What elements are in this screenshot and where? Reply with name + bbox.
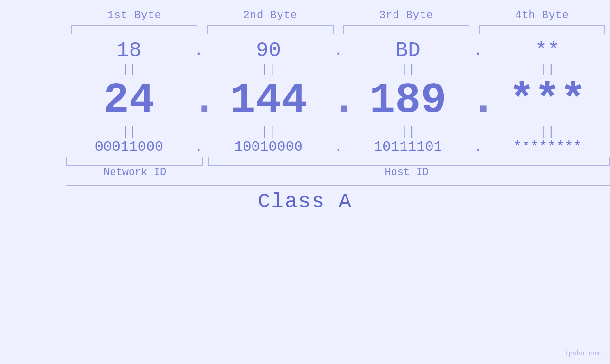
bin-b2-value: 10010000 bbox=[206, 139, 331, 155]
bin-byte3: 10111101 bbox=[346, 139, 471, 155]
bin-bytes-row: 00011000 . 10010000 . 10111101 . *******… bbox=[66, 139, 610, 155]
bin-b3-value: 10111101 bbox=[346, 139, 471, 155]
bin-row-wrapper: 2 BIN 00011000 . 10010000 . 10111101 . *… bbox=[0, 139, 610, 155]
dec-b1-value: 24 bbox=[66, 76, 192, 125]
bracket-byte3 bbox=[343, 25, 469, 34]
eq1-b3: || bbox=[346, 62, 471, 76]
bracket-byte4 bbox=[479, 25, 605, 34]
eq-row1: || || || || bbox=[66, 62, 610, 76]
bin-sep1: . bbox=[192, 139, 206, 155]
eq1-b4: || bbox=[485, 62, 610, 76]
eq2-b3: || bbox=[346, 125, 471, 139]
hex-bytes-row: 18 . 90 . BD . ** bbox=[66, 38, 610, 62]
bin-sep3: . bbox=[470, 139, 485, 155]
network-bracket bbox=[66, 157, 203, 166]
bracket-byte2 bbox=[207, 25, 333, 34]
dec-b3-value: 189 bbox=[346, 76, 471, 125]
bin-b4-value: ******** bbox=[485, 139, 610, 155]
byte-headers: 1st Byte 2nd Byte 3rd Byte 4th Byte bbox=[0, 9, 610, 25]
eq-row1-wrapper: || || || || bbox=[0, 62, 610, 76]
byte3-header: 3rd Byte bbox=[338, 9, 474, 25]
dec-sep3: . bbox=[470, 76, 485, 125]
hex-b3-value: BD bbox=[346, 38, 471, 62]
bin-byte2: 10010000 bbox=[206, 139, 331, 155]
eq1-b1: || bbox=[66, 62, 192, 76]
dec-byte2: 144 bbox=[206, 76, 331, 125]
eq-row2: || || || || bbox=[66, 125, 610, 139]
dec-sep2: . bbox=[331, 76, 346, 125]
bottom-line bbox=[66, 185, 610, 186]
hex-sep1: . bbox=[192, 41, 206, 60]
hex-b1-value: 18 bbox=[66, 38, 192, 62]
dec-byte1: 24 bbox=[66, 76, 192, 125]
id-labels: Network ID Host ID bbox=[0, 167, 610, 178]
bottom-line-wrap bbox=[0, 185, 610, 186]
hex-b2-value: 90 bbox=[206, 38, 331, 62]
dec-b4-value: *** bbox=[485, 76, 610, 125]
host-id-label: Host ID bbox=[203, 167, 610, 178]
hex-sep3: . bbox=[470, 41, 485, 60]
dec-byte3: 189 bbox=[346, 76, 471, 125]
hex-byte4: ** bbox=[485, 38, 610, 62]
dec-bytes-row: 24 . 144 . 189 . *** bbox=[66, 76, 610, 125]
eq2-b4: || bbox=[485, 125, 610, 139]
byte2-header: 2nd Byte bbox=[202, 9, 338, 25]
dec-byte4: *** bbox=[485, 76, 610, 125]
bin-b1-value: 00011000 bbox=[66, 139, 192, 155]
dec-row-wrapper: 10 DEC 24 . 144 . 189 . *** bbox=[0, 76, 610, 125]
eq2-b2: || bbox=[206, 125, 331, 139]
eq1-b2: || bbox=[206, 62, 331, 76]
bin-sep2: . bbox=[331, 139, 346, 155]
host-bracket bbox=[208, 157, 610, 166]
bracket-byte1 bbox=[71, 25, 197, 34]
byte1-header: 1st Byte bbox=[66, 9, 202, 25]
hex-byte1: 18 bbox=[66, 38, 192, 62]
bottom-brackets bbox=[0, 157, 610, 166]
bin-byte4: ******** bbox=[485, 139, 610, 155]
hex-row-wrapper: 16 HEX 18 . 90 . BD . ** bbox=[0, 38, 610, 62]
dec-sep1: . bbox=[192, 76, 206, 125]
top-brackets bbox=[0, 25, 610, 34]
class-label: Class A bbox=[258, 190, 352, 214]
watermark: ipshu.com bbox=[564, 350, 601, 357]
hex-b4-value: ** bbox=[485, 38, 610, 62]
network-id-label: Network ID bbox=[66, 167, 203, 178]
eq-row2-wrapper: || || || || bbox=[0, 125, 610, 139]
main-container: 1st Byte 2nd Byte 3rd Byte 4th Byte 16 H… bbox=[0, 0, 610, 364]
eq2-b1: || bbox=[66, 125, 192, 139]
byte4-header: 4th Byte bbox=[474, 9, 610, 25]
hex-byte2: 90 bbox=[206, 38, 331, 62]
hex-byte3: BD bbox=[346, 38, 471, 62]
dec-b2-value: 144 bbox=[206, 76, 331, 125]
hex-sep2: . bbox=[331, 41, 346, 60]
bin-byte1: 00011000 bbox=[66, 139, 192, 155]
